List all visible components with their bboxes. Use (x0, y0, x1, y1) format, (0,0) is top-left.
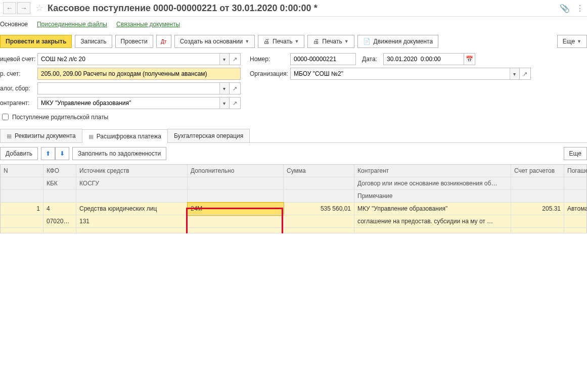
cell-sum[interactable]: 535 560,01 (284, 203, 354, 215)
post-and-close-button[interactable]: Провести и закрыть (0, 35, 72, 48)
print-button-2[interactable]: Печать▼ (307, 35, 354, 48)
cor-label: р. счет: (0, 70, 37, 77)
col-pay: Погашение (564, 165, 587, 177)
nav-forward-button[interactable]: → (17, 2, 30, 14)
cell-contract[interactable]: соглашение на предостав. субсидии на му … (354, 215, 511, 228)
star-icon[interactable]: ☆ (35, 3, 43, 14)
col-acct: Счет расчетов (511, 165, 564, 177)
col-sum: Сумма (284, 165, 354, 177)
print-button-1[interactable]: Печать▼ (258, 35, 304, 48)
cell-ctr[interactable]: МКУ "Управление образования" (354, 203, 511, 215)
org-open-icon[interactable]: ↗ (520, 68, 531, 80)
parent-pay-checkbox[interactable] (2, 114, 9, 120)
tab-requisites[interactable]: ▦Реквизиты документа (0, 129, 82, 142)
add-row-button[interactable]: Добавить (0, 147, 38, 160)
col-extra: Дополнительно (188, 165, 284, 177)
cell-kfo[interactable]: 4 (43, 203, 76, 215)
account-field[interactable]: ▾ (37, 53, 230, 65)
page-title: Кассовое поступление 0000-00000221 от 30… (48, 3, 318, 14)
table-row[interactable] (1, 228, 586, 233)
account-open-icon[interactable]: ↗ (230, 53, 241, 65)
date-field[interactable] (383, 53, 464, 65)
tax-field[interactable]: ▾ (37, 82, 230, 94)
more-button[interactable]: Еще▼ (557, 35, 587, 48)
subnav-related[interactable]: Связанные документы (116, 21, 180, 28)
grid-more-button[interactable]: Еще (564, 147, 587, 160)
tax-open-icon[interactable]: ↗ (230, 82, 241, 94)
cell-kosgu[interactable]: 131 (76, 215, 188, 228)
col-note: Примечание (354, 190, 511, 203)
movements-button[interactable]: Движения документа (357, 35, 439, 48)
create-based-button[interactable]: Создать на основании▼ (174, 35, 255, 48)
col-kbk: КБК (43, 177, 76, 190)
account-label: ицевой счет: (0, 56, 37, 63)
col-ctr: Контрагент (354, 165, 511, 177)
tax-dropdown-icon[interactable]: ▾ (219, 83, 229, 94)
fill-debt-button[interactable]: Заполнить по задолженности (72, 147, 166, 160)
tab-accounting[interactable]: Бухгалтерская операция (167, 129, 250, 142)
move-down-button[interactable]: ⬇ (55, 147, 69, 160)
cor-field[interactable] (37, 68, 241, 80)
menu-icon[interactable]: ⋮ (576, 4, 584, 13)
post-button[interactable]: Провести (115, 35, 153, 48)
ctr-label: онтрагент: (0, 100, 37, 107)
org-label: Организация: (250, 70, 290, 77)
attach-icon[interactable]: 📎 (560, 4, 570, 13)
nav-back-button[interactable]: ← (3, 2, 16, 14)
calendar-icon[interactable]: 📅 (464, 53, 475, 65)
cell-pay[interactable]: Автоматиче (564, 203, 587, 215)
payment-grid[interactable]: N КФО Источник средств Дополнительно Сум… (0, 164, 587, 233)
cell-n[interactable]: 1 (1, 203, 43, 215)
col-n: N (1, 165, 43, 177)
table-row[interactable]: 1 4 Средства юридических лиц 24М 535 560… (1, 203, 586, 215)
number-label: Номер: (250, 56, 290, 63)
save-button[interactable]: Записать (75, 35, 112, 48)
ctr-field[interactable]: ▾ (37, 97, 230, 109)
tax-label: алог, сбор: (0, 85, 37, 92)
cell-src[interactable]: Средства юридических лиц (76, 203, 188, 215)
col-contract: Договор или иное основание возникновения… (354, 177, 511, 190)
date-label: Дата: (362, 56, 383, 63)
col-kosgu: КОСГУ (76, 177, 188, 190)
org-dropdown-icon[interactable]: ▾ (510, 68, 519, 79)
dtkt-button[interactable]: Дт (156, 35, 171, 48)
subnav-main[interactable]: Основное (0, 21, 28, 28)
parent-pay-label: Поступление родительской платы (12, 114, 108, 121)
col-src: Источник средств (76, 165, 188, 177)
table-row[interactable]: 07020000000000130131соглашение на предос… (1, 215, 586, 228)
tab-decode[interactable]: ▦Расшифровка платежа (82, 129, 168, 143)
number-field[interactable] (290, 53, 356, 65)
cell-extra[interactable]: 24М (188, 203, 284, 215)
move-up-button[interactable]: ⬆ (41, 147, 55, 160)
cell-kbk[interactable]: 07020000000000130 (43, 215, 76, 228)
col-kfo: КФО (43, 165, 76, 177)
cell-acct[interactable]: 205.31 (511, 203, 564, 215)
ctr-dropdown-icon[interactable]: ▾ (219, 97, 229, 109)
org-field[interactable]: ▾ (290, 68, 520, 80)
subnav-attached[interactable]: Присоединенные файлы (37, 21, 107, 28)
account-dropdown-icon[interactable]: ▾ (219, 54, 229, 65)
ctr-open-icon[interactable]: ↗ (230, 97, 241, 109)
